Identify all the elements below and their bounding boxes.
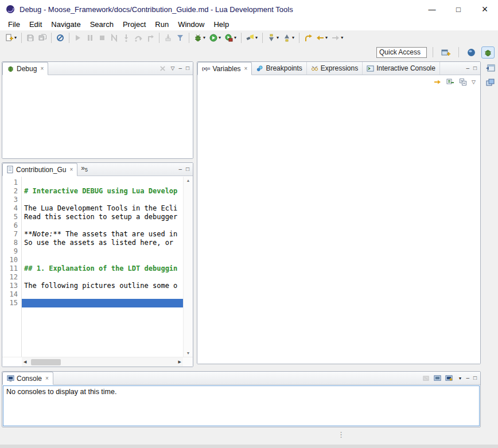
chevron-down-icon[interactable]: ▾ [341, 36, 343, 40]
editor-line[interactable] [22, 196, 183, 204]
back-button[interactable]: ▾ [314, 32, 329, 44]
collapse-all-icon[interactable] [459, 78, 467, 86]
editor-line[interactable]: ## 1. Explanation of the LDT debuggin [22, 264, 183, 273]
view-menu-icon[interactable]: ▽ [170, 65, 174, 71]
editor-lines[interactable]: # Interactive DEBUG using Lua DevelopThe… [22, 177, 183, 357]
tab-interactive-console[interactable]: Interactive Console [363, 62, 440, 75]
sash-grip-icon[interactable]: ⋮ [337, 431, 345, 438]
chevron-down-icon[interactable]: ▾ [325, 36, 328, 40]
forward-button[interactable]: ▾ [330, 32, 345, 44]
editor-tab-overflow[interactable]: » 5 [77, 163, 91, 176]
menu-search[interactable]: Search [85, 19, 118, 30]
editor-line[interactable]: The Lua Development Tools in the Ecli [22, 204, 183, 213]
console-content[interactable]: No consoles to display at this time. [3, 385, 480, 426]
step-filters-button[interactable] [174, 32, 186, 44]
scroll-right-icon[interactable]: ▶ [178, 360, 181, 364]
show-logical-structure-icon[interactable] [434, 78, 442, 86]
open-console-icon[interactable] [445, 375, 453, 382]
vertical-scrollbar[interactable]: ▲ ▼ [183, 177, 193, 357]
variables-content[interactable] [197, 76, 480, 364]
editor-line[interactable]: Read this section to setup a debugger [22, 213, 183, 221]
debug-button[interactable]: ▾ [192, 32, 207, 44]
minimized-view-icon[interactable] [485, 79, 496, 88]
menu-edit[interactable]: Edit [25, 19, 46, 30]
editor-line[interactable] [22, 273, 183, 282]
menu-file[interactable]: File [3, 19, 25, 30]
tab-breakpoints[interactable]: Breakpoints [252, 62, 306, 75]
last-edit-location-button[interactable] [302, 32, 314, 44]
chevron-down-icon[interactable]: ▾ [14, 36, 17, 40]
tab-variables[interactable]: (x)= Variables × [197, 62, 252, 75]
maximize-view-icon[interactable]: □ [473, 375, 477, 381]
previous-annotation-button[interactable]: ▾ [281, 32, 296, 44]
run-button[interactable]: ▾ [208, 32, 223, 44]
close-icon[interactable]: × [39, 65, 44, 72]
editor-line[interactable]: So use the assets as listed here, or [22, 239, 183, 247]
chevron-down-icon[interactable]: ▾ [277, 36, 279, 40]
open-console-chevron-icon[interactable]: ▼ [458, 376, 462, 380]
new-button[interactable]: ▾ [3, 32, 18, 44]
search-button[interactable]: ▾ [244, 32, 259, 44]
next-annotation-button[interactable]: ▾ [266, 32, 281, 44]
restore-views-icon[interactable] [485, 64, 496, 73]
close-icon[interactable]: × [44, 375, 49, 381]
file-icon [7, 166, 14, 173]
line-number: 13 [2, 282, 18, 290]
horizontal-scrollbar[interactable]: ◀ ▶ [22, 357, 183, 367]
open-perspective-button[interactable] [439, 46, 453, 59]
ldt-perspective-button[interactable] [465, 46, 478, 59]
menu-help[interactable]: Help [209, 19, 234, 30]
maximize-view-icon[interactable]: □ [186, 65, 189, 71]
minimize-view-icon[interactable]: – [466, 65, 469, 71]
tab-expressions[interactable]: Expressions [307, 62, 363, 75]
chevron-down-icon[interactable]: ▾ [219, 36, 221, 40]
editor-line[interactable] [22, 178, 183, 187]
debug-perspective-button[interactable] [481, 46, 495, 59]
minimize-window-button[interactable]: — [419, 0, 445, 18]
maximize-view-icon[interactable]: □ [186, 166, 189, 172]
view-menu-icon[interactable]: ▽ [472, 79, 476, 85]
editor-line[interactable]: # Interactive DEBUG using Lua Develop [22, 187, 183, 196]
chevron-down-icon[interactable]: ▾ [234, 36, 236, 40]
scrollbar-thumb[interactable] [31, 359, 61, 365]
chevron-down-icon[interactable]: ▾ [255, 36, 258, 40]
debug-view-content[interactable] [2, 76, 193, 158]
editor-line[interactable] [22, 221, 183, 230]
chevron-down-icon[interactable]: ▾ [203, 36, 205, 40]
scroll-up-icon[interactable]: ▲ [186, 178, 190, 182]
display-selected-console-icon[interactable] [434, 375, 441, 382]
editor-line[interactable] [22, 299, 183, 307]
show-type-names-icon[interactable] [446, 78, 454, 86]
external-tools-button[interactable]: ▾ [223, 32, 238, 44]
scroll-down-icon[interactable]: ▼ [186, 351, 190, 355]
editor-line[interactable]: **Note:** The assets that are used in [22, 230, 183, 239]
editor-line[interactable] [22, 256, 183, 264]
menu-window[interactable]: Window [173, 19, 209, 30]
close-icon[interactable]: × [68, 166, 73, 173]
quick-access-input[interactable] [376, 47, 427, 58]
close-icon[interactable]: × [243, 65, 248, 72]
minimize-view-icon[interactable]: – [178, 166, 182, 172]
tab-contribution-guide[interactable]: Contribution_Gu × [2, 163, 77, 176]
editor-line[interactable] [22, 290, 183, 299]
menu-navigate[interactable]: Navigate [46, 19, 85, 30]
editor-line[interactable]: The following pictures outline some o [22, 282, 183, 290]
tab-interactive-console-label: Interactive Console [376, 64, 435, 72]
scroll-left-icon[interactable]: ◀ [24, 360, 26, 364]
minimize-view-icon[interactable]: – [178, 65, 182, 71]
skip-breakpoints-button[interactable] [55, 32, 66, 44]
suspend-button [84, 32, 96, 44]
tab-console[interactable]: Console × [2, 372, 53, 385]
menu-run[interactable]: Run [150, 19, 173, 30]
editor-line[interactable] [22, 247, 183, 256]
maximize-window-button[interactable]: □ [445, 0, 472, 18]
minimize-view-icon[interactable]: – [466, 375, 469, 381]
close-window-button[interactable]: × [472, 0, 498, 18]
tab-debug[interactable]: Debug × [2, 62, 48, 75]
chevron-down-icon[interactable]: ▾ [292, 36, 294, 40]
menu-project[interactable]: Project [118, 19, 150, 30]
maximize-view-icon[interactable]: □ [473, 65, 477, 71]
step-over-icon [134, 34, 142, 42]
editor-main: 123456789101112131415 # Interactive DEBU… [2, 177, 193, 357]
line-number: 7 [2, 230, 18, 239]
